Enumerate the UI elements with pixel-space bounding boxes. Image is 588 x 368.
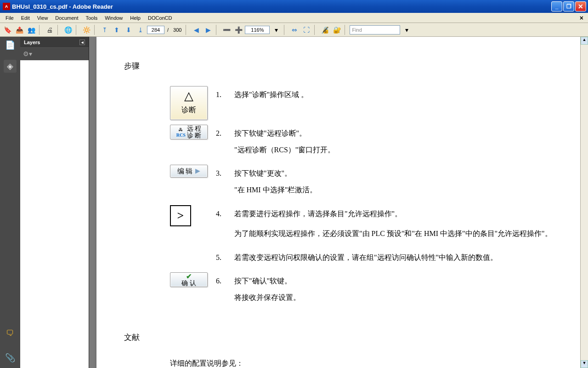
page-number-input[interactable] (147, 26, 164, 34)
softkey-confirm-icon: ✔确 认 (170, 272, 208, 287)
step-text: "远程诊断（RCS）"窗口打开。 (234, 144, 553, 156)
step-number: 6. (216, 272, 234, 287)
window-titlebar: A BHUsl_0310_cs.pdf - Adobe Reader _ ❐ ✕ (0, 0, 588, 13)
step-text: 按下"确认"软键。 (234, 275, 553, 287)
menu-tools[interactable]: Tools (82, 14, 102, 22)
step-text: 选择"诊断"操作区域 。 (234, 89, 553, 101)
vertical-scrollbar[interactable]: ▲ ▼ (580, 37, 588, 368)
forward-view-icon[interactable]: ▶ (203, 24, 214, 35)
scroll-track[interactable] (581, 45, 588, 360)
step-3: 编 辑▶ 3. 按下软键"更改"。"在 HMI 中选择"栏激活。 (170, 165, 553, 200)
zoom-dropdown-icon[interactable]: ▾ (271, 24, 282, 35)
literature-heading: 文献 (124, 331, 553, 344)
gear-icon[interactable]: ⚙▾ (23, 50, 32, 58)
step-number: 2. (216, 125, 234, 139)
page-total: 300 (171, 27, 183, 33)
pdf-icon: A (3, 3, 10, 10)
zoom-input[interactable]: 116% (245, 26, 270, 34)
fit-width-icon[interactable]: ⇔ (289, 24, 300, 35)
last-page-icon[interactable]: ⤓ (135, 24, 146, 35)
toolbar: 🔖 📤 👥 🖨 🌐 🔆 ⤒ ⬆ ⬇ ⤓ / 300 ◀ ▶ ➖ ➕ 116% ▾… (0, 23, 588, 37)
layers-panel-icon[interactable]: ◈ (4, 60, 17, 73)
step-number: 1. (216, 86, 234, 101)
step-2: 🖧RCS远 程诊 断 2. 按下软键"远程诊断"。"远程诊断（RCS）"窗口打开… (170, 125, 553, 160)
steps-heading: 步骤 (124, 60, 553, 72)
page-sep: / (165, 27, 170, 33)
step-text: 为了能顺利实现远程操作，还必须设置"由 PLC 预设"和"在 HMI 中选择"中… (234, 228, 553, 240)
scroll-down-icon[interactable]: ▼ (581, 360, 588, 368)
print-icon[interactable]: 🖨 (44, 24, 55, 35)
step-text: 按下软键"远程诊断"。 (234, 127, 553, 139)
fit-page-icon[interactable]: ⛶ (301, 24, 312, 35)
close-button[interactable]: ✕ (575, 1, 586, 12)
bookmark-icon[interactable]: 🔖 (2, 24, 13, 35)
minimize-button[interactable]: _ (551, 1, 562, 12)
layers-tree[interactable] (20, 60, 89, 368)
main-area: 📄 ◈ 🗨 📎 Layers ◂ ⚙▾ 步骤 △诊断 1. 选择"诊断"操作区域… (0, 37, 588, 368)
menu-doconcd[interactable]: DOConCD (144, 14, 176, 22)
email-icon[interactable]: 🌐 (62, 24, 74, 35)
find-input[interactable]: Find (350, 25, 400, 34)
menu-help[interactable]: Help (126, 14, 144, 22)
softkey-edit-icon: 编 辑▶ (170, 165, 208, 178)
softkey-next-icon: > (170, 205, 191, 226)
comments-panel-icon[interactable]: 🗨 (4, 327, 17, 339)
window-title: BHUsl_0310_cs.pdf - Adobe Reader (12, 3, 551, 10)
step-4: > 4. 若需要进行远程操作，请选择条目"允许远程操作"。为了能顺利实现远程操作… (170, 205, 553, 244)
layers-panel: Layers ◂ ⚙▾ (20, 37, 89, 368)
step-number: 3. (216, 165, 234, 179)
menu-file[interactable]: File (2, 14, 17, 22)
layers-header: Layers ◂ (20, 37, 89, 48)
scroll-up-icon[interactable]: ▲ (581, 37, 588, 45)
pdf-page: 步骤 △诊断 1. 选择"诊断"操作区域 。 🖧RCS远 程诊 断 2. 按下软… (96, 37, 581, 368)
step-text: 若需改变远程访问权限确认的设置，请在组"远程访问确认特性"中输入新的数值。 (234, 252, 553, 264)
select-tool-icon[interactable]: 🔆 (81, 24, 92, 35)
menu-window[interactable]: Window (101, 14, 126, 22)
maximize-button[interactable]: ❐ (563, 1, 574, 12)
menubar: File Edit View Document Tools Window Hel… (0, 13, 588, 23)
window-controls: _ ❐ ✕ (551, 1, 586, 12)
find-dropdown-icon[interactable]: ▾ (401, 24, 412, 35)
prev-page-icon[interactable]: ⬆ (111, 24, 122, 35)
softkey-remote-diag-icon: 🖧RCS远 程诊 断 (170, 125, 208, 139)
menu-view[interactable]: View (34, 14, 52, 22)
secure-icon[interactable]: 🔐 (331, 24, 342, 35)
step-number: 5. (216, 249, 234, 264)
step-6: ✔确 认 6. 按下"确认"软键。将接收并保存设置。 (170, 272, 553, 308)
step-5: 5. 若需改变远程访问权限确认的设置，请在组"远程访问确认特性"中输入新的数值。 (170, 249, 553, 268)
pages-panel-icon[interactable]: 📄 (4, 39, 17, 52)
navigation-pane: 📄 ◈ 🗨 📎 (0, 37, 20, 368)
zoom-out-icon[interactable]: ➖ (221, 24, 232, 35)
document-area: 步骤 △诊断 1. 选择"诊断"操作区域 。 🖧RCS远 程诊 断 2. 按下软… (89, 37, 588, 368)
step-text: 按下软键"更改"。 (234, 167, 553, 179)
collapse-panel-icon[interactable]: ◂ (79, 40, 85, 45)
next-page-icon[interactable]: ⬇ (123, 24, 134, 35)
menu-document[interactable]: Document (51, 14, 82, 22)
layers-title: Layers (24, 40, 40, 45)
zoom-in-icon[interactable]: ➕ (233, 24, 244, 35)
attachments-panel-icon[interactable]: 📎 (4, 351, 17, 364)
menu-edit[interactable]: Edit (17, 14, 34, 22)
first-page-icon[interactable]: ⤒ (99, 24, 110, 35)
softkey-diagnosis-icon: △诊断 (170, 86, 208, 120)
export-icon[interactable]: 📤 (14, 24, 25, 35)
step-number: 4. (216, 205, 234, 220)
step-1: △诊断 1. 选择"诊断"操作区域 。 (170, 86, 553, 120)
sign-icon[interactable]: 🔏 (319, 24, 330, 35)
layers-toolbar: ⚙▾ (20, 48, 89, 60)
step-text: 若需要进行远程操作，请选择条目"允许远程操作"。 (234, 208, 553, 220)
back-view-icon[interactable]: ◀ (191, 24, 202, 35)
step-text: 将接收并保存设置。 (234, 292, 553, 304)
collab-icon[interactable]: 👥 (26, 24, 37, 35)
close-document-button[interactable]: × (577, 14, 586, 22)
step-text: "在 HMI 中选择"栏激活。 (234, 184, 553, 196)
literature-text: 详细的配置说明参见： (170, 357, 553, 368)
